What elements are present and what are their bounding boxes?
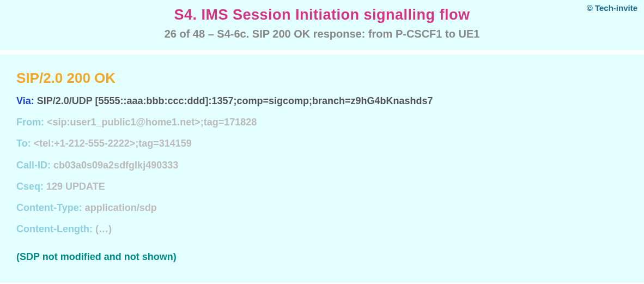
- sip-header-name: Via: [16, 95, 31, 106]
- header-bar: © Tech-invite S4. IMS Session Initiation…: [0, 0, 644, 50]
- sip-header-sep: :: [89, 223, 95, 234]
- page-title: S4. IMS Session Initiation signalling fl…: [0, 7, 644, 23]
- sdp-note: (SDP not modified and not shown): [16, 251, 628, 263]
- sip-header-to: To: <tel:+1-212-555-2222>;tag=314159: [16, 137, 628, 150]
- sip-header-value: application/sdp: [85, 202, 157, 213]
- sip-header-sep: :: [28, 138, 34, 149]
- sip-header-sep: :: [41, 117, 47, 128]
- sip-header-value: <sip:user1_public1@home1.net>;tag=171828: [47, 117, 257, 128]
- page-subtitle: 26 of 48 – S4-6c. SIP 200 OK response: f…: [0, 28, 644, 40]
- copyright: © Tech-invite: [587, 3, 637, 13]
- sip-header-value: cb03a0s09a2sdfglkj490333: [53, 160, 178, 171]
- sip-header-sep: :: [31, 95, 37, 106]
- sip-header-value: SIP/2.0/UDP [5555::aaa:bbb:ccc:ddd]:1357…: [37, 95, 433, 106]
- sip-header-name: To: [16, 138, 28, 149]
- sip-message-panel: SIP/2.0 200 OK Via: SIP/2.0/UDP [5555::a…: [0, 55, 644, 283]
- sip-header-value: 129 UPDATE: [46, 181, 105, 192]
- sip-header-value: (…): [95, 223, 112, 234]
- sip-header-content-length: Content-Length: (…): [16, 222, 628, 236]
- sip-header-cseq: Cseq: 129 UPDATE: [16, 180, 628, 194]
- sip-status-line: SIP/2.0 200 OK: [16, 70, 628, 87]
- sip-header-via: Via: SIP/2.0/UDP [5555::aaa:bbb:ccc:ddd]…: [16, 94, 628, 108]
- sip-header-content-type: Content-Type: application/sdp: [16, 201, 628, 215]
- sip-header-sep: :: [40, 181, 46, 192]
- sip-header-sep: :: [47, 160, 53, 171]
- sip-header-call-id: Call-ID: cb03a0s09a2sdfglkj490333: [16, 159, 628, 172]
- sip-header-sep: :: [79, 202, 85, 213]
- sip-header-from: From: <sip:user1_public1@home1.net>;tag=…: [16, 116, 628, 129]
- sip-header-name: Call-ID: [16, 160, 47, 171]
- sip-header-name: Content-Type: [16, 202, 79, 213]
- sip-header-value: <tel:+1-212-555-2222>;tag=314159: [34, 138, 192, 149]
- sip-header-name: Cseq: [16, 181, 40, 192]
- sip-header-name: From: [16, 117, 41, 128]
- sip-header-name: Content-Length: [16, 223, 89, 234]
